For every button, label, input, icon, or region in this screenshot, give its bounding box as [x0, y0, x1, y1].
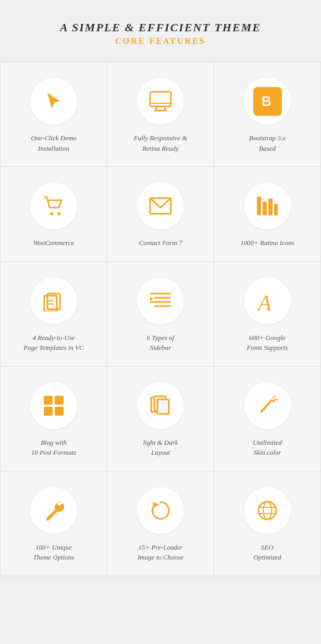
blog-label: Blog with10 Post Formats [31, 438, 77, 458]
google-fonts-icon: A [244, 277, 291, 324]
blog-icon [30, 382, 77, 429]
woocommerce-icon [30, 183, 77, 229]
svg-rect-0 [150, 92, 171, 106]
feature-item-seo: SEOOptimized [214, 471, 321, 576]
svg-rect-25 [55, 407, 64, 416]
feature-item-bootstrap: BBootstrap 3.xBased [214, 62, 321, 167]
retina-icons-label: 1000+ Ratina Icons [240, 238, 294, 248]
feature-item-skin-color: UnilimitedSkin color [214, 367, 321, 471]
svg-rect-28 [157, 399, 169, 414]
contact-form-icon [137, 183, 184, 229]
svg-line-31 [273, 396, 274, 398]
one-click-demo-label: One-Click DemoInstallation [31, 133, 77, 153]
svg-point-34 [258, 502, 276, 519]
feature-item-sidebar: 6 Types ofSidebar [107, 262, 214, 367]
feature-item-responsive: Fully Responsive &Retina Ready [107, 62, 214, 167]
responsive-icon [137, 78, 184, 125]
theme-options-icon [30, 487, 77, 534]
header-subtitle: Core Features [0, 37, 321, 46]
feature-item-woocommerce: WooCommerce [1, 167, 107, 262]
contact-form-label: Contact Form 7 [139, 238, 182, 248]
svg-rect-22 [44, 396, 53, 405]
header: A Simple & Efficient Theme Core Features [0, 21, 321, 46]
feature-item-page-templates: 4 Ready-to-UsePage Templates in VC [1, 262, 107, 367]
svg-point-6 [50, 212, 53, 215]
feature-item-retina-icons: 1000+ Ratina Icons [214, 167, 321, 262]
svg-rect-9 [257, 197, 261, 215]
svg-point-7 [57, 212, 60, 215]
svg-rect-11 [268, 199, 273, 215]
svg-line-33 [275, 395, 276, 397]
feature-item-theme-options: 100+ UniqueTheme Options [1, 471, 107, 576]
svg-rect-10 [263, 202, 267, 215]
svg-rect-24 [44, 407, 53, 416]
page-templates-icon [30, 277, 77, 324]
dark-layout-icon [137, 382, 184, 429]
svg-marker-30 [271, 398, 276, 403]
feature-item-contact-form: Contact Form 7 [107, 167, 214, 262]
bootstrap-label: Bootstrap 3.xBased [249, 133, 286, 153]
preloader-icon [137, 487, 184, 534]
feature-item-blog: Blog with10 Post Formats [1, 367, 107, 471]
feature-item-one-click-demo: One-Click DemoInstallation [1, 62, 107, 167]
sidebar-label: 6 Types ofSidebar [147, 333, 174, 353]
bootstrap-icon: B [244, 78, 291, 125]
one-click-demo-icon [30, 78, 77, 125]
feature-item-preloader: 15+ Pre-LoaderImage to Choose [107, 471, 214, 576]
sidebar-icon [137, 277, 184, 324]
woocommerce-label: WooCommerce [33, 238, 74, 248]
svg-rect-23 [55, 396, 64, 405]
dark-layout-label: light & DarkLayout [143, 438, 178, 458]
seo-label: SEOOptimized [253, 542, 281, 563]
svg-point-35 [263, 502, 271, 519]
svg-line-29 [261, 400, 271, 412]
page-wrapper: A Simple & Efficient Theme Core Features… [0, 0, 321, 587]
feature-item-dark-layout: light & DarkLayout [107, 367, 214, 471]
google-fonts-label: 600+ GoogleFonts Supports [246, 333, 288, 353]
skin-color-icon [244, 382, 291, 429]
header-title: A Simple & Efficient Theme [0, 21, 321, 34]
features-grid: One-Click DemoInstallationFully Responsi… [0, 62, 321, 576]
responsive-label: Fully Responsive &Retina Ready [134, 133, 188, 153]
page-templates-label: 4 Ready-to-UsePage Templates in VC [23, 333, 83, 353]
svg-text:B: B [262, 93, 271, 109]
svg-text:A: A [256, 291, 271, 311]
retina-icons-icon [244, 183, 291, 229]
skin-color-label: UnilimitedSkin color [253, 438, 282, 458]
svg-rect-12 [274, 204, 278, 215]
theme-options-label: 100+ UniqueTheme Options [33, 542, 74, 563]
preloader-label: 15+ Pre-LoaderImage to Choose [138, 542, 183, 563]
seo-icon [244, 487, 291, 534]
feature-item-google-fonts: A600+ GoogleFonts Supports [214, 262, 321, 367]
